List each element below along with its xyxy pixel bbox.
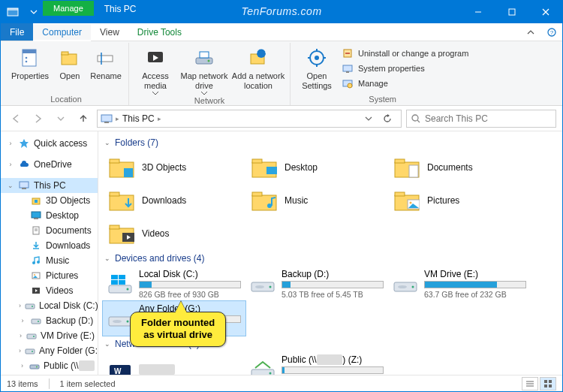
navigation-tree[interactable]: ›Quick access ›OneDrive ⌄This PC 3D Obje…: [1, 131, 98, 375]
uninstall-button[interactable]: Uninstall or change a program: [340, 46, 470, 61]
tree-this-pc[interactable]: ⌄This PC: [1, 178, 98, 193]
tree-item[interactable]: Pictures: [1, 268, 98, 283]
svg-point-58: [32, 306, 33, 307]
svg-rect-13: [62, 54, 77, 65]
view-details-button[interactable]: [522, 377, 538, 390]
ribbon-collapse-button[interactable]: [520, 23, 541, 41]
open-settings-button[interactable]: Open Settings: [295, 43, 339, 90]
tree-item[interactable]: ›Any Folder (G:): [1, 343, 98, 358]
manage-button[interactable]: Manage: [340, 76, 470, 91]
network-drive-item[interactable]: W: [103, 352, 245, 375]
breadcrumb-this-pc[interactable]: This PC: [122, 113, 155, 124]
uninstall-label: Uninstall or change a program: [358, 49, 468, 58]
svg-rect-92: [110, 225, 119, 229]
tab-drive-tools[interactable]: Drive Tools: [128, 23, 191, 41]
section-folders[interactable]: ⌄Folders (7): [103, 134, 558, 151]
svg-point-64: [32, 351, 33, 352]
qat-dropdown[interactable]: [25, 1, 43, 23]
help-button[interactable]: ?: [541, 23, 562, 41]
recent-locations-button[interactable]: [52, 110, 70, 128]
properties-button[interactable]: Properties: [8, 43, 52, 81]
pc-icon: [101, 113, 113, 125]
folder-item[interactable]: Music: [245, 184, 388, 217]
svg-marker-40: [20, 139, 29, 148]
tree-item[interactable]: Desktop: [1, 208, 98, 223]
drive-item[interactable]: VM Drive (E:)63.7 GB free of 232 GB: [388, 267, 531, 301]
tree-item[interactable]: Documents: [1, 223, 98, 238]
svg-text:W: W: [114, 367, 122, 375]
folder-item[interactable]: Desktop: [245, 151, 388, 184]
forward-button[interactable]: [29, 110, 47, 128]
svg-rect-33: [346, 71, 349, 73]
maximize-button[interactable]: [495, 1, 528, 23]
svg-point-102: [269, 286, 272, 288]
section-drives[interactable]: ⌄Devices and drives (4): [103, 250, 558, 267]
network-drive-item[interactable]: Public (\\ ) (Z:)7.13 TB free of 7.21 TB: [245, 352, 388, 375]
tab-file[interactable]: File: [1, 23, 33, 41]
svg-rect-75: [124, 168, 133, 177]
folder-item[interactable]: Documents: [388, 151, 531, 184]
svg-point-66: [36, 366, 38, 368]
folder-item[interactable]: 3D Objects: [103, 151, 245, 184]
up-button[interactable]: [74, 110, 92, 128]
drive-item[interactable]: Backup (D:)5.03 TB free of 5.45 TB: [245, 267, 388, 301]
svg-rect-37: [104, 122, 109, 123]
tree-item[interactable]: ›Backup (D:): [1, 313, 98, 328]
svg-rect-118: [549, 380, 552, 383]
tab-view[interactable]: View: [91, 23, 128, 41]
add-network-location-button[interactable]: Add a network location: [231, 43, 285, 90]
drive-item[interactable]: Local Disk (C:)826 GB free of 930 GB: [103, 267, 245, 301]
map-drive-label: Map network drive: [179, 71, 230, 90]
search-box[interactable]: [406, 110, 556, 128]
folder-item[interactable]: Videos: [103, 217, 245, 250]
access-media-label: Access media: [134, 71, 177, 90]
view-large-icons-button[interactable]: [540, 377, 556, 390]
folder-icon: [30, 225, 42, 237]
drive-capacity-bar: [282, 281, 384, 288]
rename-button[interactable]: Rename: [88, 43, 124, 81]
address-bar[interactable]: ▸ This PC ▸: [97, 110, 402, 128]
svg-rect-32: [343, 65, 352, 71]
access-media-button[interactable]: Access media: [134, 43, 177, 95]
svg-point-20: [208, 60, 210, 62]
tree-item[interactable]: Videos: [1, 283, 98, 298]
svg-rect-119: [544, 384, 547, 387]
chevron-right-icon[interactable]: ▸: [158, 115, 161, 122]
folder-icon: [250, 154, 277, 181]
search-input[interactable]: [425, 113, 551, 124]
folder-icon: [393, 187, 420, 214]
svg-rect-80: [395, 159, 405, 163]
tree-item[interactable]: Music: [1, 253, 98, 268]
svg-rect-19: [196, 58, 212, 64]
tree-public-share[interactable]: ›Public (\\: [1, 358, 98, 373]
chevron-right-icon[interactable]: ▸: [116, 115, 119, 122]
drive-name: [139, 364, 241, 375]
svg-point-60: [38, 321, 39, 322]
tab-computer[interactable]: Computer: [33, 24, 91, 41]
system-properties-button[interactable]: System properties: [340, 61, 470, 76]
tree-item[interactable]: ›Local Disk (C:): [1, 298, 98, 313]
title-bar: Manage This PC: [1, 1, 562, 23]
svg-rect-99: [111, 280, 118, 285]
tree-quick-access[interactable]: ›Quick access: [1, 136, 98, 151]
folder-item[interactable]: Pictures: [388, 184, 531, 217]
back-button[interactable]: [7, 110, 25, 128]
folder-item[interactable]: Downloads: [103, 184, 245, 217]
map-drive-button[interactable]: Map network drive: [179, 43, 230, 95]
add-location-icon: [246, 46, 270, 70]
tree-item[interactable]: 3D Objects: [1, 193, 98, 208]
tree-onedrive[interactable]: ›OneDrive: [1, 157, 98, 172]
svg-point-11: [26, 57, 28, 59]
folder-icon: [107, 187, 134, 214]
tree-item[interactable]: ›VM Drive (E:): [1, 328, 98, 343]
open-button[interactable]: Open: [53, 43, 86, 81]
address-history-button[interactable]: [365, 115, 380, 122]
minimize-button[interactable]: [461, 1, 495, 23]
svg-rect-120: [549, 384, 552, 387]
close-button[interactable]: [528, 1, 562, 23]
tree-item[interactable]: Downloads: [1, 238, 98, 253]
svg-point-52: [37, 261, 40, 264]
svg-point-90: [410, 202, 412, 204]
refresh-button[interactable]: [383, 114, 398, 123]
settings-icon: [305, 46, 329, 70]
